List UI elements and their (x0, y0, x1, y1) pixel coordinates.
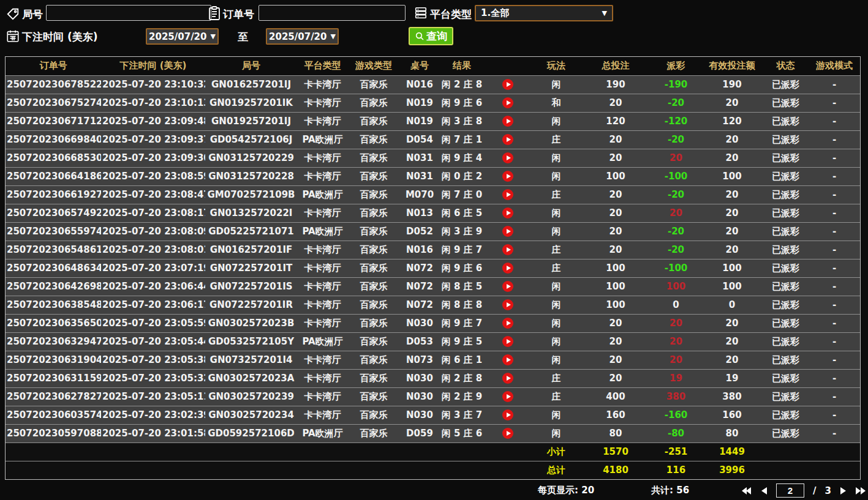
cell-bet-time: 2025-07-20 23:08:09 (101, 222, 205, 241)
date-range-to-label: 至 (238, 30, 248, 44)
cell-platform: 卡卡湾厅 (297, 406, 348, 424)
cell-valid-bet: 100 (701, 277, 763, 296)
cell-play-type: 闲 (532, 204, 581, 222)
cell-game-type: 百家乐 (348, 351, 399, 369)
play-replay-button[interactable] (502, 134, 513, 145)
cell-total-bet: 400 (581, 387, 651, 406)
col-header-play-type: 玩法 (532, 57, 581, 75)
table-row: 250720230654861 2025-07-20 23:08:01 GN01… (6, 241, 860, 259)
cell-bet-time: 2025-07-20 23:05:38 (101, 351, 205, 369)
search-button[interactable]: 查询 (409, 27, 453, 45)
date-to-picker[interactable]: 2025/07/20 ▼ (266, 28, 339, 45)
play-replay-button[interactable] (502, 263, 513, 274)
cell-round-no: GN019257201IK (205, 94, 297, 112)
table-row: 250720230627827 2025-07-20 23:05:11 GN03… (6, 387, 860, 406)
play-replay-button[interactable] (502, 116, 513, 127)
last-page-button[interactable] (855, 487, 866, 495)
current-page-input[interactable] (776, 483, 804, 498)
total-count-value: 56 (676, 485, 689, 496)
play-replay-button[interactable] (502, 281, 513, 292)
play-replay-button[interactable] (502, 79, 513, 90)
play-replay-button[interactable] (502, 226, 513, 237)
cell-total-bet: 20 (581, 351, 651, 369)
cell-round-no: GM0702572109B (205, 185, 297, 204)
cell-round-no: GD0532572105Y (205, 332, 297, 351)
cell-bet-time: 2025-07-20 23:08:59 (101, 167, 205, 185)
cell-total-bet: 20 (581, 204, 651, 222)
cell-order-no: 250720230671712 (6, 112, 101, 130)
cell-platform: 卡卡湾厅 (297, 167, 348, 185)
cell-game-type: 百家乐 (348, 277, 399, 296)
cell-status: 已派彩 (763, 332, 809, 351)
first-page-button[interactable] (741, 487, 752, 495)
cell-round-no: GD0542572106J (205, 130, 297, 149)
cell-valid-bet: 80 (701, 424, 763, 442)
play-replay-button[interactable] (502, 428, 513, 439)
cell-payout: -100 (651, 259, 701, 277)
play-icon (507, 82, 511, 87)
table-row: 250720230661927 2025-07-20 23:08:47 GM07… (6, 185, 860, 204)
cell-order-no: 250720230664186 (6, 167, 101, 185)
cell-replay (484, 241, 532, 259)
cell-table-no: N019 (399, 94, 440, 112)
cell-payout: -20 (651, 185, 701, 204)
cell-table-no: N019 (399, 112, 440, 130)
table-row: 250720230655974 2025-07-20 23:08:09 GD05… (6, 222, 860, 241)
order-number-input[interactable] (259, 5, 406, 21)
play-replay-button[interactable] (502, 189, 513, 200)
cell-total-bet: 120 (581, 112, 651, 130)
cell-valid-bet: 0 (701, 296, 763, 314)
cell-platform: 卡卡湾厅 (297, 277, 348, 296)
cell-total-bet: 20 (581, 222, 651, 241)
cell-result: 闲 7 庄 0 (440, 185, 484, 204)
cell-status: 已派彩 (763, 204, 809, 222)
prev-page-button[interactable] (761, 487, 768, 495)
play-replay-button[interactable] (502, 207, 513, 218)
cell-order-no: 250720230668530 (6, 149, 101, 167)
play-replay-button[interactable] (502, 373, 513, 384)
subtotal-label: 小计 (532, 442, 581, 461)
next-page-button[interactable] (840, 487, 847, 495)
play-replay-button[interactable] (502, 354, 513, 365)
play-replay-button[interactable] (502, 244, 513, 255)
cell-game-type: 百家乐 (348, 424, 399, 442)
cell-result: 闲 3 庄 7 (440, 406, 484, 424)
cell-platform: PA欧洲厅 (297, 185, 348, 204)
play-replay-button[interactable] (502, 391, 513, 402)
cell-game-mode: - (809, 149, 860, 167)
date-from-picker[interactable]: 2025/07/20 ▼ (146, 28, 219, 45)
col-header-replay (484, 57, 532, 75)
play-replay-button[interactable] (502, 97, 513, 108)
play-replay-button[interactable] (502, 152, 513, 163)
platform-type-select[interactable]: 1.全部 ▼ (475, 5, 613, 21)
play-replay-button[interactable] (502, 336, 513, 347)
cell-game-mode: - (809, 406, 860, 424)
cell-total-bet: 20 (581, 241, 651, 259)
cell-result: 闲 6 庄 1 (440, 351, 484, 369)
cell-game-mode: - (809, 369, 860, 387)
table-row: 250720230597088 2025-07-20 23:01:58 GD05… (6, 424, 860, 442)
play-replay-button[interactable] (502, 171, 513, 182)
play-replay-button[interactable] (502, 409, 513, 420)
cell-table-no: N030 (399, 369, 440, 387)
cell-order-no: 250720230627827 (6, 387, 101, 406)
play-icon (507, 119, 511, 124)
cell-round-no: GN0302572023B (205, 314, 297, 332)
cell-valid-bet: 160 (701, 406, 763, 424)
play-replay-button[interactable] (502, 318, 513, 329)
date-to-value: 2025/07/20 (269, 31, 326, 42)
cell-replay (484, 167, 532, 185)
play-replay-button[interactable] (502, 299, 513, 310)
cell-platform: 卡卡湾厅 (297, 259, 348, 277)
cell-round-no: GN03025720239 (205, 387, 297, 406)
cell-status: 已派彩 (763, 167, 809, 185)
cell-game-type: 百家乐 (348, 204, 399, 222)
cell-play-type: 闲 (532, 75, 581, 94)
cell-game-type: 百家乐 (348, 222, 399, 241)
cell-valid-bet: 20 (701, 185, 763, 204)
cell-platform: 卡卡湾厅 (297, 241, 348, 259)
cell-valid-bet: 20 (701, 332, 763, 351)
cell-status: 已派彩 (763, 112, 809, 130)
cell-game-mode: - (809, 332, 860, 351)
round-number-input[interactable] (46, 5, 211, 21)
